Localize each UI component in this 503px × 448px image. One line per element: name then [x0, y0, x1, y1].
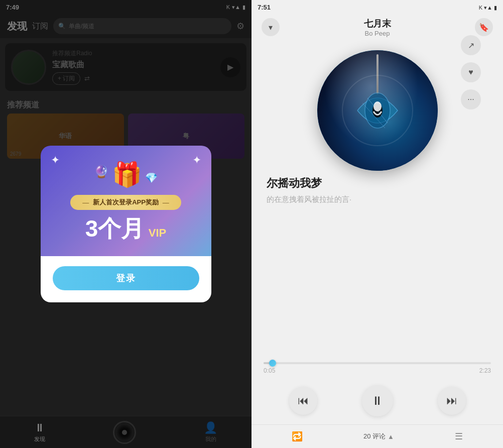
vip-badge: VIP: [149, 227, 166, 239]
repeat-button[interactable]: 🔁: [292, 431, 303, 442]
comments-area[interactable]: 20 评论 ▲: [363, 432, 394, 441]
right-k-icon: K ▾▲ ▮: [479, 5, 497, 11]
bottom-bar: 🔁 20 评论 ▲ ☰: [252, 424, 503, 448]
gift-ball-blue-icon: 💎: [145, 172, 158, 184]
share-button[interactable]: ↗: [461, 35, 481, 55]
menu-icon: ☰: [455, 431, 463, 442]
sparkle-right-icon: ✦: [192, 154, 201, 167]
album-art-svg: [337, 70, 418, 151]
popup-gifts: 🔮 🎁 💎: [94, 161, 158, 189]
prev-icon: ⏮: [298, 394, 309, 407]
progress-times: 0:05 2:23: [264, 367, 491, 374]
progress-track[interactable]: [264, 362, 491, 364]
popup-reward-banner: — 新人首次登录APP奖励 —: [70, 195, 181, 210]
prev-button[interactable]: ⏮: [289, 387, 317, 415]
chevron-down-icon: ▾: [269, 23, 273, 32]
reward-text: 新人首次登录APP奖励: [93, 198, 159, 207]
popup-vip-text: 3个月 VIP: [85, 217, 167, 240]
album-action-area: ↗ ♥ ···: [252, 40, 503, 176]
action-buttons: ↗ ♥ ···: [449, 35, 493, 109]
album-art: [317, 50, 438, 171]
like-button[interactable]: ♥: [461, 62, 481, 82]
lyrics-area: 尔摇动我梦 的在意拽着风被拉扯的言·: [252, 176, 503, 204]
lyrics-secondary: 的在意拽着风被拉扯的言·: [267, 195, 488, 204]
login-button[interactable]: 登录: [53, 266, 199, 290]
right-status-bar: 7:51 K ▾▲ ▮: [252, 0, 503, 14]
svg-point-3: [373, 101, 382, 111]
left-panel: 7:49 K ▾▲ ▮ 发现 订阅 🔍 单曲/频道 ⚙ 推荐频道Radio 宝藏…: [0, 0, 252, 448]
lyrics-main: 尔摇动我梦: [267, 176, 488, 191]
pause-button[interactable]: ⏸: [362, 385, 393, 416]
popup-overlay: ✦ ✦ 🔮 🎁 💎 — 新人首次登录APP奖励 — 3个月 VIP: [0, 0, 252, 448]
dash-left: —: [82, 199, 89, 206]
popup-top: ✦ ✦ 🔮 🎁 💎 — 新人首次登录APP奖励 — 3个月 VIP: [41, 146, 211, 256]
bookmark-icon: 🔖: [479, 23, 489, 32]
collapse-button[interactable]: ▾: [262, 18, 280, 36]
right-panel: 7:51 K ▾▲ ▮ ▾ 七月末 Bo Peep 🔖: [252, 0, 503, 448]
pause-icon: ⏸: [371, 394, 384, 408]
album-art-figure: [329, 62, 426, 159]
progress-thumb[interactable]: [269, 360, 276, 367]
more-icon: ···: [467, 95, 474, 104]
popup-card: ✦ ✦ 🔮 🎁 💎 — 新人首次登录APP奖励 — 3个月 VIP: [41, 146, 211, 302]
playback-controls: ⏮ ⏸ ⏭: [252, 377, 503, 424]
months-text: 3个月: [85, 215, 145, 242]
song-title: 七月末: [364, 18, 391, 30]
right-time: 7:51: [258, 4, 271, 11]
artist-name: Bo Peep: [364, 30, 391, 37]
time-current: 0:05: [264, 367, 275, 374]
menu-button[interactable]: ☰: [455, 431, 463, 442]
share-icon: ↗: [468, 41, 474, 50]
bookmark-button[interactable]: 🔖: [475, 18, 493, 36]
more-button[interactable]: ···: [461, 89, 481, 109]
next-button[interactable]: ⏭: [438, 387, 466, 415]
next-icon: ⏭: [446, 394, 457, 407]
right-status-icons: K ▾▲ ▮: [479, 3, 497, 12]
progress-area: 0:05 2:23: [252, 352, 503, 377]
chevron-up-icon: ▲: [388, 433, 394, 440]
dash-right: —: [163, 199, 169, 206]
heart-icon: ♥: [468, 68, 473, 77]
popup-bottom: 登录: [41, 256, 211, 302]
sparkle-left-icon: ✦: [51, 154, 60, 167]
repeat-icon: 🔁: [292, 431, 303, 442]
gift-ball-pink-icon: 🔮: [94, 165, 109, 179]
time-total: 2:23: [479, 367, 491, 374]
header-title: 七月末 Bo Peep: [364, 18, 391, 37]
comments-count: 20 评论: [363, 432, 386, 441]
gift-box-icon: 🎁: [112, 161, 142, 189]
